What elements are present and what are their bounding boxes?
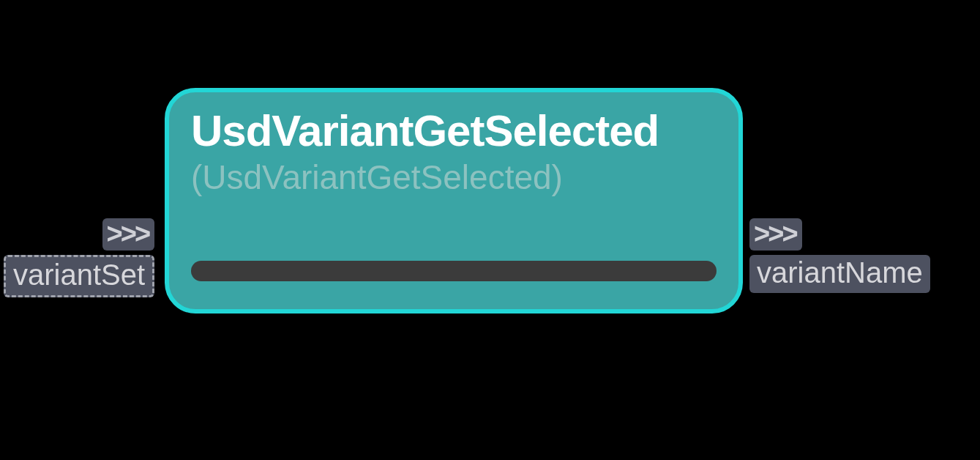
node-subtitle: (UsdVariantGetSelected) bbox=[191, 157, 717, 197]
input-label-variantset[interactable]: variantSet bbox=[4, 255, 154, 297]
node-graph-canvas[interactable]: UsdVariantGetSelected (UsdVariantGetSele… bbox=[0, 0, 980, 460]
node-progress-bar bbox=[191, 261, 717, 281]
node-usdvariantgetselected[interactable]: UsdVariantGetSelected (UsdVariantGetSele… bbox=[165, 88, 743, 314]
input-port-variantset[interactable]: >>> variantSet bbox=[4, 218, 154, 297]
exec-out-arrows[interactable]: >>> bbox=[749, 218, 802, 251]
exec-in-arrows[interactable]: >>> bbox=[102, 218, 155, 251]
output-port-variantname[interactable]: >>> variantName bbox=[749, 218, 930, 293]
output-label-variantname[interactable]: variantName bbox=[749, 255, 930, 293]
node-title: UsdVariantGetSelected bbox=[191, 105, 717, 156]
